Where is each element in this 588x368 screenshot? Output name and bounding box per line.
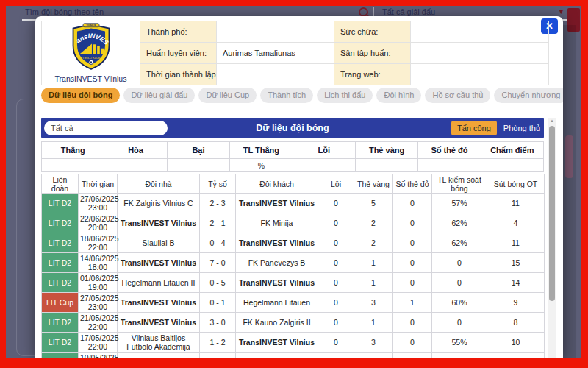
home-team-cell: TransINVEST Vilnius xyxy=(118,213,200,233)
yellow-cards-cell: 2 xyxy=(354,233,393,253)
attack-button[interactable]: Tấn công xyxy=(451,121,497,135)
away-team-cell: TransINVEST Vilnius xyxy=(236,273,318,293)
tab-3[interactable]: Thành tích xyxy=(260,88,313,103)
league-badge: LIT D2 xyxy=(42,273,78,292)
info-label: Thời gian thành lập: xyxy=(140,64,217,85)
datetime-cell: 18/06/202522:00 xyxy=(79,233,118,253)
match-time: 22:00 xyxy=(80,342,115,351)
defense-button[interactable]: Phòng thủ xyxy=(503,124,540,132)
summary-stats-table: ThắngHòaBạiTL ThắngLỗiThẻ vàngSố thẻ đỏC… xyxy=(41,141,544,172)
red-cards-cell: 0 xyxy=(393,313,432,333)
league-badge: LIT Cup xyxy=(42,293,78,312)
fouls-cell: 0 xyxy=(318,293,354,313)
possession-cell: 62% xyxy=(432,213,487,233)
score-cell: 7 - 0 xyxy=(200,253,236,273)
score-cell: 0 - 1 xyxy=(200,293,236,313)
yellow-cards-cell: 1 xyxy=(354,273,393,293)
tab-2[interactable]: Dữ liệu Cup xyxy=(198,88,257,103)
table-row[interactable]: LIT Cup27/05/202523:00TransINVEST Vilniu… xyxy=(42,293,545,313)
team-logo-cell: TransINVEST FUTBOLO KLUBAS VILNIUS Trans… xyxy=(42,21,140,85)
datetime-cell: 21/05/202522:00 xyxy=(79,313,118,333)
stats-value xyxy=(293,159,355,172)
team-logo-icon: TransINVEST FUTBOLO KLUBAS VILNIUS xyxy=(70,23,112,70)
table-row[interactable]: LIT D227/06/202523:00FK Zalgiris Vilnius… xyxy=(42,194,545,213)
stats-header: Số thẻ đỏ xyxy=(418,142,481,159)
match-column-header: Lỗi xyxy=(318,174,354,194)
possession-cell: 0 xyxy=(432,253,487,273)
stats-header: Hòa xyxy=(104,142,167,159)
home-team-cell: TransINVEST Vilnius xyxy=(118,253,200,273)
match-date: 21/05/2025 xyxy=(80,314,115,322)
datetime-cell: 01/06/202519:00 xyxy=(79,273,118,293)
stats-value xyxy=(355,159,417,172)
table-row[interactable]: LIT D210/05/202518:00TransINVEST Vilnius… xyxy=(42,353,545,359)
info-label: Trang web: xyxy=(334,64,411,85)
home-team-cell: TransINVEST Vilnius xyxy=(118,313,200,333)
tab-7[interactable]: Chuyển nhượng xyxy=(494,88,563,103)
table-row[interactable]: LIT D221/05/202522:00TransINVEST Vilnius… xyxy=(42,313,545,333)
all-filter-input[interactable]: Tất cả xyxy=(44,121,168,135)
score-cell: 2 - 3 xyxy=(200,194,236,213)
league-badge: LIT D2 xyxy=(42,333,78,352)
away-team-cell: Ekranas Panevezys xyxy=(236,353,318,359)
shots-ot-cell: 8 xyxy=(487,313,545,333)
info-label: Huấn luyện viên: xyxy=(140,43,217,64)
score-cell: 3 - 0 xyxy=(200,313,236,333)
shots-ot-cell: 15 xyxy=(487,253,545,273)
red-cards-cell: 0 xyxy=(393,273,432,293)
yellow-cards-cell: 1 xyxy=(354,313,393,333)
page-scrollbar-track[interactable] xyxy=(563,25,576,358)
yellow-cards-cell: 3 xyxy=(354,333,393,353)
stats-header: TL Thắng xyxy=(230,142,293,159)
modal-tab-bar: Dữ liệu đội bóngDữ liệu giải đấuDữ liệu … xyxy=(41,88,563,103)
match-time: 23:00 xyxy=(80,302,115,311)
yellow-cards-cell: 2 xyxy=(354,213,393,233)
tab-4[interactable]: Lịch thi đấu xyxy=(317,88,373,103)
away-team-cell: FK Kauno Zalgiris II xyxy=(236,313,318,333)
match-date: 27/05/2025 xyxy=(80,294,115,302)
tab-6[interactable]: Hồ sơ cầu thủ xyxy=(425,88,490,103)
team-data-panel: Tất cả Dữ liệu đội bóng Tấn công Phòng t… xyxy=(41,118,544,358)
possession-cell: 0 xyxy=(432,313,487,333)
datetime-cell: 14/06/202518:00 xyxy=(79,253,118,273)
modal-scrollbar-thumb[interactable] xyxy=(549,126,555,301)
match-time: 20:00 xyxy=(80,223,115,232)
tab-1[interactable]: Dữ liệu giải đấu xyxy=(123,88,195,103)
away-team-cell: FK Panevezys B xyxy=(236,253,318,273)
red-cards-cell: 0 xyxy=(393,194,432,213)
league-cell: LIT Cup xyxy=(42,293,79,313)
datetime-cell: 27/05/202523:00 xyxy=(79,293,118,313)
team-name: TransINVEST Vilnius xyxy=(55,74,127,83)
tab-0[interactable]: Dữ liệu đội bóng xyxy=(41,88,120,103)
table-row[interactable]: LIT D218/06/202522:00Siauliai B0 - 4Tran… xyxy=(42,233,545,253)
league-cell: LIT D2 xyxy=(42,233,79,253)
match-date: 10/05/2025 xyxy=(80,353,115,358)
fouls-cell: 0 xyxy=(318,353,354,359)
team-search-input[interactable]: Tìm đội bóng theo tên xyxy=(25,7,104,16)
match-date: 18/06/2025 xyxy=(80,234,115,243)
fouls-cell: 0 xyxy=(318,313,354,333)
red-cards-cell: 1 xyxy=(393,293,432,313)
modal-scrollbar-track[interactable]: ▲ xyxy=(548,118,556,358)
match-column-header: Đội khách xyxy=(236,174,318,194)
red-cards-cell: 0 xyxy=(393,253,432,273)
stats-header: Bại xyxy=(167,142,229,159)
stats-header: Thẻ vàng xyxy=(355,142,417,159)
home-team-cell: Siauliai B xyxy=(118,233,200,253)
possession-cell: 59% xyxy=(432,353,487,359)
league-cell: LIT D2 xyxy=(42,213,79,233)
home-team-cell: FK Zalgiris Vilnius C xyxy=(118,194,200,213)
scroll-up-icon[interactable]: ▲ xyxy=(548,118,556,123)
info-value xyxy=(411,43,549,64)
tab-5[interactable]: Đội hình xyxy=(376,88,421,103)
team-info-grid: TransINVEST FUTBOLO KLUBAS VILNIUS Trans… xyxy=(41,21,549,85)
info-label: Sức chứa: xyxy=(334,21,411,43)
match-column-header: Sút bóng OT xyxy=(487,174,545,194)
page-scrollbar-thumb[interactable] xyxy=(565,135,573,178)
league-filter-dropdown[interactable]: Tất cả giải đấu xyxy=(382,7,435,16)
table-row[interactable]: LIT D222/06/202520:00TransINVEST Vilnius… xyxy=(42,213,545,233)
table-row[interactable]: LIT D217/05/202522:00Vilniaus Baltijos F… xyxy=(42,333,545,353)
table-row[interactable]: LIT D201/06/202519:00Hegelmann Litauen I… xyxy=(42,273,545,293)
red-cards-cell: 0 xyxy=(393,353,432,359)
table-row[interactable]: LIT D214/06/202518:00TransINVEST Vilnius… xyxy=(42,253,545,273)
